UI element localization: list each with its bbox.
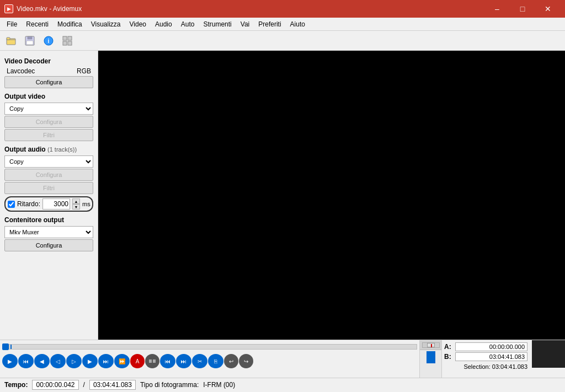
output-audio-select[interactable]: Copy bbox=[4, 155, 93, 168]
lavcodec-label: Lavcodec bbox=[7, 67, 35, 75]
output-audio-select-row: Copy bbox=[4, 155, 93, 168]
menu-strumenti[interactable]: Strumenti bbox=[199, 18, 236, 30]
mini-slider-thumb bbox=[427, 343, 435, 347]
step-back-button[interactable]: ◀ bbox=[34, 354, 50, 368]
marker-a-button[interactable]: A bbox=[130, 354, 145, 368]
contenitore-select[interactable]: Mkv Muxer bbox=[4, 226, 93, 238]
timeline-main: ▶ ⏮ ◀ ◁ ▷ ▶ ⏭ ⏩ A ⏮ bbox=[0, 340, 419, 378]
timeline-start-marker bbox=[2, 343, 9, 350]
svg-rect-10 bbox=[68, 41, 72, 45]
mark-in-button[interactable]: ↩ bbox=[224, 354, 238, 368]
forward-end-button[interactable]: ⏭ bbox=[98, 354, 114, 368]
svg-rect-3 bbox=[28, 36, 32, 39]
ritardo-unit: ms bbox=[82, 201, 90, 207]
info-button[interactable]: i bbox=[40, 33, 57, 49]
lavcodec-value: RGB bbox=[77, 67, 91, 75]
svg-rect-12 bbox=[153, 359, 156, 363]
output-video-select-row: Copy bbox=[4, 103, 93, 115]
play-button[interactable]: ▶ bbox=[2, 354, 18, 368]
menu-modifica[interactable]: Modifica bbox=[53, 18, 87, 30]
window-title: Video.mkv - Avidemux bbox=[17, 5, 82, 13]
menu-recenti[interactable]: Recenti bbox=[22, 18, 53, 30]
output-video-select[interactable]: Copy bbox=[4, 103, 93, 115]
ritardo-up-button[interactable]: ▲ bbox=[72, 198, 80, 204]
menu-preferiti[interactable]: Preferiti bbox=[254, 18, 285, 30]
ritardo-checkbox[interactable] bbox=[8, 201, 15, 208]
frame-label: Tipo di fotogramma: bbox=[140, 381, 199, 389]
video-preview bbox=[98, 51, 565, 340]
total-time: 03:04:41.083 bbox=[89, 380, 136, 390]
output-video-configura-button[interactable]: Configura bbox=[4, 116, 93, 128]
menu-auto[interactable]: Auto bbox=[177, 18, 199, 30]
contenitore-configura-button[interactable]: Configura bbox=[4, 239, 93, 251]
maximize-button[interactable]: □ bbox=[510, 0, 535, 18]
menu-bar: File Recenti Modifica Visualizza Video A… bbox=[0, 18, 565, 31]
playback-btn-12[interactable]: ⎘ bbox=[208, 354, 223, 368]
separator: / bbox=[83, 381, 85, 389]
mini-slider[interactable] bbox=[422, 342, 440, 348]
scroll-up-area bbox=[420, 340, 441, 350]
menu-file[interactable]: File bbox=[2, 18, 22, 30]
scroll-indicator-block bbox=[427, 351, 435, 363]
b-time-row: B: 03:04:41.083 bbox=[444, 352, 527, 361]
status-bar: Tempo: 00:00:00.042 / 03:04:41.083 Tipo … bbox=[0, 378, 565, 392]
scroll-panel bbox=[419, 340, 441, 378]
output-video-title: Output video bbox=[4, 93, 93, 100]
output-audio-title: Output audio (1 track(s)) bbox=[4, 146, 93, 153]
contenitore-title: Contenitore output bbox=[4, 216, 93, 224]
menu-vai[interactable]: Vai bbox=[236, 18, 254, 30]
selection-row: Selection: 03:04:41.083 bbox=[444, 363, 527, 370]
mark-out-button[interactable]: ↪ bbox=[239, 354, 253, 368]
open-button[interactable] bbox=[2, 33, 20, 49]
menu-audio[interactable]: Audio bbox=[151, 18, 177, 30]
forward-button-2[interactable]: ⏩ bbox=[114, 354, 130, 368]
ritardo-row: Ritardo: ▲ ▼ ms bbox=[4, 196, 93, 212]
title-bar: ▶ Video.mkv - Avidemux – □ ✕ bbox=[0, 0, 565, 18]
timeline-wrapper: ▶ ⏮ ◀ ◁ ▷ ▶ ⏭ ⏩ A ⏮ bbox=[0, 340, 565, 378]
thumb-preview bbox=[532, 340, 565, 368]
ritardo-down-button[interactable]: ▼ bbox=[72, 204, 80, 210]
menu-visualizza[interactable]: Visualizza bbox=[87, 18, 125, 30]
menu-video[interactable]: Video bbox=[125, 18, 151, 30]
playback-btn-11[interactable]: ✂ bbox=[192, 354, 207, 368]
frame-type: I-FRM (00) bbox=[203, 381, 235, 389]
ritardo-label: Ritardo: bbox=[17, 200, 40, 208]
video-decoder-configura-button[interactable]: Configura bbox=[4, 76, 93, 88]
mini-slider-marker bbox=[431, 344, 432, 347]
grid-button[interactable] bbox=[58, 33, 76, 49]
step-forward-button[interactable]: ▶ bbox=[82, 354, 98, 368]
a-time-row: A: 00:00:00.000 bbox=[444, 342, 527, 351]
b-time: 03:04:41.083 bbox=[455, 352, 527, 361]
right-info-panel: A: 00:00:00.000 B: 03:04:41.083 Selectio… bbox=[441, 340, 530, 378]
playback-btn-9[interactable]: ⏮ bbox=[160, 354, 175, 368]
svg-rect-8 bbox=[68, 36, 72, 40]
svg-rect-11 bbox=[149, 359, 152, 363]
timeline-area: ▶ ⏮ ◀ ◁ ▷ ▶ ⏭ ⏩ A ⏮ bbox=[0, 340, 565, 392]
output-audio-filtri-button[interactable]: Filtri bbox=[4, 182, 93, 194]
contenitore-select-row: Mkv Muxer bbox=[4, 226, 93, 238]
timeline-cursor bbox=[10, 345, 12, 349]
left-panel: Video Decoder Lavcodec RGB Configura Out… bbox=[0, 51, 98, 340]
a-label: A: bbox=[444, 343, 453, 351]
window-controls: – □ ✕ bbox=[484, 0, 561, 18]
close-button[interactable]: ✕ bbox=[535, 0, 561, 18]
ritardo-input[interactable] bbox=[42, 198, 70, 210]
lavcodec-row: Lavcodec RGB bbox=[4, 67, 93, 75]
output-audio-configura-button[interactable]: Configura bbox=[4, 169, 93, 181]
app-icon: ▶ bbox=[4, 4, 13, 13]
playback-btn-10[interactable]: ⏭ bbox=[176, 354, 191, 368]
svg-rect-4 bbox=[26, 41, 33, 45]
output-video-filtri-button[interactable]: Filtri bbox=[4, 129, 93, 141]
prev-frame-button[interactable]: ◁ bbox=[50, 354, 66, 368]
ritardo-spinner: ▲ ▼ bbox=[72, 198, 80, 210]
selection-text: Selection: 03:04:41.083 bbox=[463, 363, 527, 370]
next-frame-button[interactable]: ▷ bbox=[66, 354, 82, 368]
timeline-track[interactable] bbox=[9, 344, 417, 350]
playback-controls: ▶ ⏮ ◀ ◁ ▷ ▶ ⏭ ⏩ A ⏮ bbox=[0, 352, 419, 370]
minimize-button[interactable]: – bbox=[484, 0, 510, 18]
rewind-start-button[interactable]: ⏮ bbox=[18, 354, 34, 368]
current-time: 00:00:00.042 bbox=[32, 380, 78, 390]
menu-aiuto[interactable]: Aiuto bbox=[286, 18, 310, 30]
clip-button[interactable] bbox=[145, 354, 159, 368]
save-button[interactable] bbox=[21, 33, 39, 49]
